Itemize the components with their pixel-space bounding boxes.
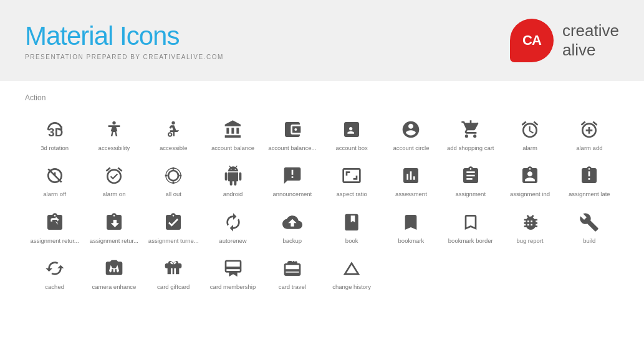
- account-balance-icon: [222, 118, 244, 141]
- icon-label: autorenew: [219, 237, 246, 245]
- icon-aspect-ratio: aspect ratio: [322, 157, 382, 203]
- bookmark-icon: [400, 211, 422, 233]
- icon-label: account balance...: [268, 144, 316, 152]
- backup-icon: [281, 211, 304, 233]
- logo-area: CA creative alive: [510, 19, 619, 62]
- icon-alarm: alarm: [500, 111, 559, 157]
- icon-label: alarm: [522, 144, 537, 152]
- alarm-icon: [519, 118, 541, 141]
- logo-name-line2: alive: [562, 40, 619, 60]
- build-icon: [578, 211, 600, 233]
- icon-label: alarm on: [102, 191, 125, 198]
- icon-label: alarm off: [43, 191, 66, 198]
- icon-assignment-turned-in: assignment turne...: [144, 204, 203, 250]
- card-travel-icon: [281, 257, 304, 280]
- content: Action 3D 3d rotation accessibility acce…: [0, 81, 644, 308]
- icon-label: assignment late: [569, 191, 610, 198]
- icon-label: add shopping cart: [447, 144, 494, 152]
- icon-label: card travel: [279, 283, 306, 291]
- icon-assignment-return: assignment retur...: [25, 204, 84, 250]
- icon-change-history: change history: [322, 250, 382, 296]
- icon-label: account balance: [211, 144, 254, 152]
- icon-account-box: account box: [322, 111, 382, 157]
- bug-report-icon: [519, 211, 541, 233]
- icon-announcement: announcement: [262, 157, 322, 203]
- logo-initials: CA: [522, 32, 541, 49]
- icon-card-travel: card travel: [262, 250, 322, 296]
- icon-bug-report: bug report: [500, 204, 559, 250]
- icon-card-giftcard: card giftcard: [144, 250, 203, 296]
- icon-label: backup: [283, 237, 302, 245]
- icon-card-membership: card membership: [203, 250, 262, 296]
- icon-label: assignment retur...: [31, 237, 79, 245]
- icon-android: android: [203, 157, 262, 203]
- all-out-icon: [162, 164, 185, 187]
- announcement-icon: [281, 164, 304, 187]
- svg-point-7: [168, 171, 178, 181]
- book-icon: [340, 211, 363, 233]
- alarm-off-icon: [44, 164, 66, 187]
- svg-point-2: [172, 121, 175, 125]
- icon-label: accessible: [160, 144, 187, 152]
- icon-account-balance-wallet: account balance...: [262, 111, 322, 157]
- icon-build: build: [560, 204, 619, 250]
- icon-camera-enhance: camera enhance: [84, 250, 143, 296]
- icon-assignment: assignment: [441, 157, 500, 203]
- icon-label: build: [583, 237, 595, 245]
- icon-label: accessibility: [99, 144, 130, 152]
- icon-label: change history: [332, 283, 371, 291]
- icon-label: announcement: [272, 191, 312, 198]
- add-shopping-cart-icon: [459, 118, 482, 141]
- icon-label: alarm add: [576, 144, 602, 152]
- assessment-icon: [400, 164, 422, 187]
- android-icon: [222, 164, 244, 187]
- icon-bookmark: bookmark: [382, 204, 441, 250]
- assignment-return-icon: [44, 211, 66, 233]
- icon-label: all out: [166, 191, 181, 198]
- change-history-icon: [340, 257, 363, 280]
- icon-autorenew: autorenew: [203, 204, 262, 250]
- logo-name-line1: creative: [562, 21, 619, 40]
- camera-enhance-icon: [103, 257, 125, 280]
- accessible-icon: [162, 118, 185, 141]
- card-membership-icon: [222, 257, 244, 280]
- assignment-turned-in-icon: [162, 211, 185, 233]
- icon-label: cached: [45, 283, 64, 291]
- icon-label: aspect ratio: [337, 191, 367, 198]
- section-label: Action: [25, 93, 619, 102]
- icon-alarm-off: alarm off: [25, 157, 84, 203]
- subtitle: PRESENTATION PREPARED BY CREATIVEALIVE.C…: [25, 54, 224, 60]
- assignment-ind-icon: [519, 164, 541, 187]
- autorenew-icon: [222, 211, 244, 233]
- icon-accessibility: accessibility: [84, 111, 143, 157]
- assignment-returned-icon: [103, 211, 125, 233]
- page-title: Material Icons: [25, 21, 224, 51]
- accessibility-icon: [103, 118, 125, 141]
- icon-label: assignment: [455, 191, 486, 198]
- icon-label: card giftcard: [157, 283, 190, 291]
- icon-label: bookmark border: [448, 237, 493, 245]
- aspect-ratio-icon: [340, 164, 363, 187]
- svg-point-1: [112, 121, 115, 125]
- icon-backup: backup: [262, 204, 322, 250]
- assignment-late-icon: [578, 164, 600, 187]
- icon-label: account box: [336, 144, 368, 152]
- icon-label: bug report: [516, 237, 543, 245]
- icon-alarm-add: alarm add: [560, 111, 619, 157]
- icon-label: assessment: [395, 191, 427, 198]
- icons-grid: 3D 3d rotation accessibility accessible …: [25, 111, 619, 296]
- icon-book: book: [322, 204, 382, 250]
- icon-label: book: [345, 237, 358, 245]
- icon-accessible: accessible: [144, 111, 203, 157]
- icon-alarm-on: alarm on: [84, 157, 143, 203]
- icon-label: 3d rotation: [41, 144, 69, 152]
- alarm-on-icon: [103, 164, 125, 187]
- icon-label: assignment retur...: [90, 237, 138, 245]
- icon-cached: cached: [25, 250, 84, 296]
- icon-label: card membership: [210, 283, 256, 291]
- icon-all-out: all out: [144, 157, 203, 203]
- icon-assignment-late: assignment late: [560, 157, 619, 203]
- account-box-icon: [340, 118, 363, 141]
- header: Material Icons PRESENTATION PREPARED BY …: [0, 0, 644, 81]
- icon-3d-rotation: 3D 3d rotation: [25, 111, 84, 157]
